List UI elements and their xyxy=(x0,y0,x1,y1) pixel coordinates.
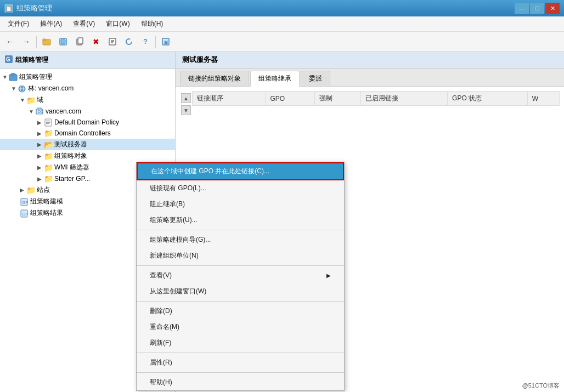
ctx-refresh[interactable]: 刷新(F) xyxy=(137,335,344,351)
ctx-block-inherit[interactable]: 阻止继承(B) xyxy=(137,196,344,212)
ctx-view-arrow: ▶ xyxy=(326,272,331,279)
ctx-link-existing-gpo[interactable]: 链接现有 GPO(L)... xyxy=(137,180,344,196)
ctx-rename-label: 重命名(M) xyxy=(150,322,179,332)
ctx-sep-2 xyxy=(137,265,344,266)
ctx-update-policy-label: 组策略更新(U)... xyxy=(150,215,198,225)
ctx-sep-4 xyxy=(137,353,344,353)
ctx-rename[interactable]: 重命名(M) xyxy=(137,319,344,335)
ctx-view[interactable]: 查看(V) ▶ xyxy=(137,268,344,283)
ctx-create-window[interactable]: 从这里创建窗口(W) xyxy=(137,283,344,299)
ctx-new-ou[interactable]: 新建组织单位(N) xyxy=(137,248,344,264)
ctx-create-gpo-label: 在这个域中创建 GPO 并在此处链接(C)... xyxy=(151,167,269,176)
ctx-delete-label: 删除(D) xyxy=(150,306,172,316)
ctx-properties[interactable]: 属性(R) xyxy=(137,355,344,371)
ctx-view-label: 查看(V) xyxy=(150,271,172,280)
context-menu: 在这个域中创建 GPO 并在此处链接(C)... 链接现有 GPO(L)... … xyxy=(136,162,345,391)
context-menu-overlay[interactable]: 在这个域中创建 GPO 并在此处链接(C)... 链接现有 GPO(L)... … xyxy=(0,0,564,392)
ctx-gp-modeling-label: 组策略建模向导(G)... xyxy=(150,235,211,245)
ctx-link-existing-gpo-label: 链接现有 GPO(L)... xyxy=(150,184,206,193)
ctx-refresh-label: 刷新(F) xyxy=(150,338,171,348)
ctx-create-gpo[interactable]: 在这个域中创建 GPO 并在此处链接(C)... xyxy=(137,162,344,180)
ctx-update-policy[interactable]: 组策略更新(U)... xyxy=(137,212,344,228)
ctx-sep-5 xyxy=(137,372,344,373)
ctx-gp-modeling[interactable]: 组策略建模向导(G)... xyxy=(137,232,344,248)
ctx-properties-label: 属性(R) xyxy=(150,358,172,367)
ctx-sep-1 xyxy=(137,230,344,230)
ctx-create-window-label: 从这里创建窗口(W) xyxy=(150,287,206,296)
ctx-sep-3 xyxy=(137,301,344,302)
ctx-block-inherit-label: 阻止继承(B) xyxy=(150,200,185,209)
ctx-delete[interactable]: 删除(D) xyxy=(137,303,344,319)
ctx-help-label: 帮助(H) xyxy=(150,378,172,387)
ctx-new-ou-label: 新建组织单位(N) xyxy=(150,251,199,260)
ctx-help[interactable]: 帮助(H) xyxy=(137,374,344,390)
